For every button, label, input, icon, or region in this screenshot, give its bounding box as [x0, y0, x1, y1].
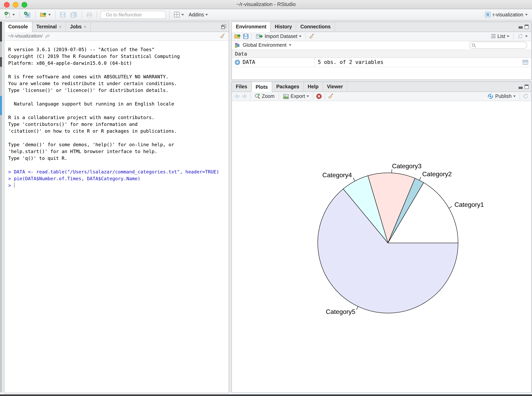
addins-button[interactable]: Addins: [187, 11, 209, 18]
export-plot-button[interactable]: Export: [282, 93, 310, 100]
console-output-line: R is a collaborative project with many c…: [8, 114, 224, 121]
console-output: R version 3.6.1 (2019-07-05) -- "Action …: [4, 41, 228, 393]
refresh-plot-icon[interactable]: [523, 93, 529, 99]
pie-label-tick: [357, 307, 358, 310]
remove-plot-icon[interactable]: [316, 93, 322, 99]
object-name: DATA: [243, 59, 255, 65]
dropdown-caret: [181, 14, 184, 15]
import-dataset-button[interactable]: Import Dataset: [255, 33, 303, 40]
environment-section-header: Data: [232, 50, 531, 58]
console-output-line: 'help.start()' for an HTML browser inter…: [8, 148, 224, 155]
environment-object-row[interactable]: DATA 5 obs. of 2 variables: [232, 58, 531, 67]
tab-terminal[interactable]: Terminal×: [32, 22, 66, 31]
environment-search-input[interactable]: [478, 42, 525, 48]
console-output-line: Type 'contributors()' for more informati…: [8, 121, 224, 128]
new-project-button[interactable]: R: [23, 11, 32, 19]
environment-scope-label[interactable]: Global Environment: [243, 42, 286, 48]
expand-object-icon[interactable]: [235, 59, 240, 65]
view-table-icon[interactable]: [522, 59, 528, 65]
tab-history[interactable]: History: [271, 22, 296, 31]
window-bottom-edge: [0, 394, 532, 396]
goto-directory-icon[interactable]: [45, 34, 50, 38]
open-file-button[interactable]: [39, 11, 52, 18]
maximize-pane-button[interactable]: [524, 24, 529, 29]
plot-canvas: Category1Category2Category3Category4Cate…: [232, 101, 531, 392]
console-output-line: [8, 162, 224, 169]
tab-console[interactable]: Console: [4, 22, 32, 32]
console-output-line: [8, 134, 224, 141]
next-plot-icon[interactable]: [242, 94, 247, 99]
refresh-environment-button[interactable]: [516, 33, 529, 40]
dropdown-caret: [12, 14, 15, 15]
tab-connections[interactable]: Connections: [296, 22, 335, 31]
close-icon[interactable]: ×: [83, 24, 86, 29]
toolbar-separator: [251, 33, 252, 39]
clear-environment-broom-icon[interactable]: [309, 33, 314, 39]
list-view-button[interactable]: List: [489, 33, 510, 40]
pie-label-tick: [392, 169, 392, 173]
maximize-pane-button[interactable]: [221, 24, 226, 29]
pie-label: Category5: [326, 308, 355, 315]
project-menu-button[interactable]: R r-visualization: [483, 11, 529, 18]
environment-tabstrip: Environment History Connections: [232, 22, 531, 32]
tab-label: Help: [308, 84, 319, 89]
toolbar-separator: [279, 93, 279, 99]
goto-file-function-input[interactable]: [105, 12, 168, 17]
plots-pane: Files Plots Packages Help Viewer Zoom Ex…: [231, 82, 532, 393]
tab-viewer[interactable]: Viewer: [323, 82, 347, 92]
goto-file-function-box[interactable]: [100, 11, 166, 19]
close-icon[interactable]: ×: [59, 24, 62, 29]
pie-label-tick: [353, 178, 355, 181]
minimize-pane-button[interactable]: [518, 24, 523, 29]
print-button[interactable]: [85, 11, 94, 18]
zoom-plot-button[interactable]: Zoom: [253, 93, 276, 100]
save-workspace-icon[interactable]: [243, 33, 249, 39]
traffic-light-minimize[interactable]: [13, 2, 18, 8]
tab-packages[interactable]: Packages: [272, 82, 304, 92]
refresh-icon: [518, 33, 524, 39]
toolbar-separator: [35, 11, 35, 18]
console-output-line: Type 'demo()' for some demos, 'help()' f…: [8, 141, 224, 148]
tab-help[interactable]: Help: [304, 82, 323, 92]
save-icon: [60, 12, 65, 17]
console-output-line: You are welcome to redistribute it under…: [8, 80, 224, 87]
clear-console-broom-icon[interactable]: [219, 33, 225, 39]
environment-pane: Environment History Connections Import D…: [231, 21, 532, 80]
svg-text:R: R: [486, 13, 489, 17]
pane-layout-button[interactable]: [173, 11, 185, 18]
dropdown-caret: [48, 14, 51, 15]
tab-files[interactable]: Files: [232, 82, 251, 92]
console-cursor: [14, 182, 15, 188]
dropdown-caret: [307, 95, 309, 97]
list-view-label: List: [497, 33, 505, 39]
environment-search-box[interactable]: [469, 41, 527, 49]
search-icon: [472, 43, 476, 47]
console-output-line: 'citation()' on how to cite R or R packa…: [8, 128, 224, 134]
tab-label: Console: [8, 24, 28, 29]
minimize-pane-button[interactable]: [518, 85, 523, 89]
export-plot-label: Export: [291, 93, 305, 99]
tab-plots[interactable]: Plots: [251, 82, 272, 92]
console-output-line: Type 'license()' or 'licence()' for dist…: [8, 87, 224, 94]
tab-jobs[interactable]: Jobs×: [66, 22, 91, 31]
new-file-button[interactable]: [3, 11, 16, 19]
tab-environment[interactable]: Environment: [232, 22, 271, 32]
plots-toolbar: Zoom Export Publish: [232, 92, 531, 101]
save-button[interactable]: [59, 11, 67, 18]
dropdown-caret: [507, 35, 509, 37]
project-label: r-visualization: [493, 12, 523, 17]
publish-plot-label: Publish: [495, 93, 512, 99]
toolbar-separator: [55, 11, 56, 18]
save-all-button[interactable]: [69, 11, 78, 18]
traffic-light-zoom[interactable]: [22, 2, 27, 8]
publish-plot-button[interactable]: Publish: [486, 93, 517, 100]
clear-all-plots-broom-icon[interactable]: [328, 93, 333, 99]
toolbar-separator: [250, 93, 251, 99]
load-workspace-icon[interactable]: [234, 33, 241, 39]
pane-layout-icon: [174, 12, 180, 17]
maximize-pane-button[interactable]: [524, 84, 529, 89]
zoom-plot-label: Zoom: [262, 93, 275, 99]
rstudio-window: ~/r-visualization - RStudio R: [0, 0, 532, 396]
previous-plot-icon[interactable]: [234, 94, 240, 99]
traffic-light-close[interactable]: [4, 2, 10, 8]
